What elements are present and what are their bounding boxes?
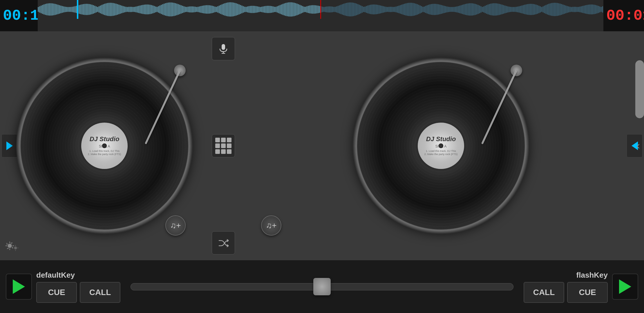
- right-deck-controls: flashKey CALL CUE: [524, 271, 608, 303]
- left-call-button[interactable]: CALL: [80, 282, 120, 303]
- right-call-button[interactable]: CALL: [524, 282, 564, 303]
- right-record-label: DJ Studio SIDE A 1. Load this track, DJ …: [418, 123, 464, 169]
- dj-main-area: DJ Studio SIDE A 1. Load this track, DJ …: [0, 31, 644, 260]
- right-vinyl-record[interactable]: DJ Studio SIDE A 1. Load this track, DJ …: [354, 59, 528, 233]
- shuffle-button[interactable]: [212, 231, 235, 254]
- left-deck-label: defaultKey: [36, 271, 120, 280]
- right-add-track-button[interactable]: ♫+: [261, 215, 281, 236]
- left-cue-call-group: CUE CALL: [36, 282, 120, 303]
- left-record-label: DJ Studio SIDE A 1. Load this track, DJ …: [81, 123, 128, 169]
- left-deck-controls: defaultKey CUE CALL: [36, 271, 120, 303]
- bottom-bar: defaultKey CUE CALL flashKey CALL CUE: [0, 260, 644, 313]
- right-record-text: 1. Load this track, DJ This2. Make the p…: [424, 150, 458, 156]
- svg-rect-2: [222, 44, 225, 50]
- grid-dot: [221, 138, 226, 142]
- microphone-icon: [218, 43, 229, 54]
- settings-button[interactable]: [3, 237, 20, 254]
- left-nav-arrow-icon: [6, 141, 13, 150]
- right-turntable[interactable]: DJ Studio SIDE A 1. Load this track, DJ …: [354, 59, 528, 233]
- crossfader-track[interactable]: [131, 283, 513, 290]
- grid-dot: [221, 149, 226, 154]
- right-cue-call-group: CALL CUE: [524, 282, 608, 303]
- settings-gear2-icon: [11, 243, 20, 253]
- grid-dot: [227, 143, 231, 148]
- right-panel-slider[interactable]: [635, 60, 644, 118]
- grid-button[interactable]: [212, 134, 235, 157]
- left-timer: 00:11: [3, 7, 35, 24]
- left-tonearm-base: [174, 65, 186, 76]
- waveform-area: 00:11 00:01: [0, 0, 644, 31]
- right-cue-button[interactable]: CUE: [567, 282, 608, 303]
- left-record-text: 1. Load this track, DJ This2. Make the p…: [88, 150, 121, 156]
- center-controls: [209, 31, 238, 260]
- grid-dot: [227, 149, 231, 154]
- left-cue-button[interactable]: CUE: [36, 282, 77, 303]
- waveform-visual[interactable]: [38, 0, 603, 19]
- shuffle-icon: [218, 238, 229, 248]
- left-play-button[interactable]: [6, 274, 32, 300]
- playhead-line: [321, 0, 321, 19]
- right-deck: DJ Studio SIDE A 1. Load this track, DJ …: [238, 31, 644, 260]
- left-music-note-icon: ♫+: [170, 221, 181, 230]
- grid-dot: [221, 143, 226, 148]
- svg-point-1: [14, 246, 17, 250]
- right-deck-label: flashKey: [564, 271, 608, 280]
- right-music-note-icon: ♫+: [266, 221, 276, 230]
- left-deck: DJ Studio SIDE A 1. Load this track, DJ …: [0, 31, 209, 260]
- right-play-icon: [619, 279, 631, 294]
- left-record-brand: DJ Studio: [90, 135, 120, 143]
- left-record-hole: [102, 143, 107, 148]
- waveform-bottom-bar: [38, 19, 603, 31]
- right-tonearm-base: [511, 65, 522, 76]
- expand-panel-button[interactable]: ‹: [634, 139, 643, 153]
- left-nav-button[interactable]: [1, 134, 17, 157]
- grid-dot: [215, 149, 220, 154]
- grid-dot: [215, 138, 220, 142]
- left-vinyl-record[interactable]: DJ Studio SIDE A 1. Load this track, DJ …: [17, 59, 191, 233]
- left-add-track-button[interactable]: ♫+: [165, 215, 186, 236]
- left-play-icon: [13, 279, 25, 294]
- grid-dot: [227, 138, 231, 142]
- crossfader-container: [125, 283, 519, 290]
- right-timer: 00:01: [606, 7, 641, 24]
- right-record-brand: DJ Studio: [426, 135, 456, 143]
- left-turntable[interactable]: DJ Studio SIDE A 1. Load this track, DJ …: [17, 59, 191, 233]
- grid-icon: [215, 138, 231, 154]
- right-record-hole: [439, 143, 443, 148]
- chevron-right-icon: ‹: [636, 140, 640, 152]
- microphone-button[interactable]: [212, 37, 235, 60]
- position-marker: [77, 0, 78, 19]
- grid-dot: [215, 143, 220, 148]
- crossfader-thumb[interactable]: [313, 278, 331, 295]
- right-play-button[interactable]: [612, 274, 638, 300]
